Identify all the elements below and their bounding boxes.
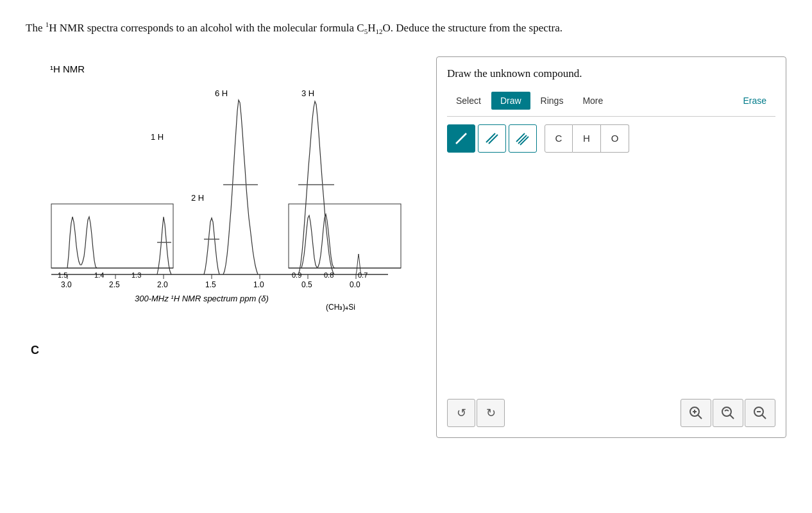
c-label: C xyxy=(31,344,410,357)
label-1h: 1 H xyxy=(151,132,164,142)
atom-h-button[interactable]: H xyxy=(573,124,601,153)
axis-3: 3.0 xyxy=(61,280,72,289)
double-bond-button[interactable] xyxy=(478,124,506,153)
peak-3h xyxy=(298,101,334,274)
zoom-in-icon xyxy=(689,406,703,420)
label-6h: 6 H xyxy=(215,88,228,98)
inset-label-08: 0.8 xyxy=(324,271,334,279)
svg-line-14 xyxy=(762,415,766,419)
nmr-title: ¹H NMR xyxy=(50,63,85,74)
undo-icon: ↺ xyxy=(457,406,466,420)
erase-button[interactable]: Erase xyxy=(734,92,775,110)
draw-canvas[interactable] xyxy=(447,160,775,385)
atom-c-button[interactable]: C xyxy=(545,124,573,153)
svg-line-9 xyxy=(698,415,702,419)
draw-panel: Draw the unknown compound. Select Draw R… xyxy=(436,56,786,438)
select-button[interactable]: Select xyxy=(447,92,490,110)
zoom-in-button[interactable] xyxy=(681,399,711,427)
nmr-panel: ¹H NMR 6 H 3 H 1 H 2 H 3.0 2.5 xyxy=(26,56,410,357)
rings-button[interactable]: Rings xyxy=(532,92,573,110)
axis-title: 300-MHz ¹H NMR spectrum ppm (δ) xyxy=(135,294,269,303)
zoom-out-icon xyxy=(753,406,767,420)
zoom-group xyxy=(681,399,775,427)
axis-2: 2.0 xyxy=(157,280,168,289)
peak-6h xyxy=(223,100,258,274)
label-2h: 2 H xyxy=(191,193,204,203)
triple-bond-button[interactable] xyxy=(509,124,537,153)
double-bond-icon xyxy=(484,131,500,146)
zoom-out-button[interactable] xyxy=(745,399,775,427)
redo-button[interactable]: ↻ xyxy=(477,399,505,427)
inset-label-15: 1.5 xyxy=(58,271,67,279)
peak-2h xyxy=(204,218,219,274)
svg-point-10 xyxy=(722,407,731,416)
label-3h: 3 H xyxy=(301,88,314,98)
inset-peak-left xyxy=(67,217,97,268)
bond-row: C H O xyxy=(447,124,775,153)
axis-1: 1.0 xyxy=(253,280,264,289)
draw-panel-title: Draw the unknown compound. xyxy=(447,67,775,80)
inset-label-09: 0.9 xyxy=(292,271,301,279)
bottom-controls: ↺ ↻ xyxy=(447,392,775,427)
inset-label-14: 1.4 xyxy=(94,271,104,279)
nmr-svg: ¹H NMR 6 H 3 H 1 H 2 H 3.0 2.5 xyxy=(32,56,404,326)
axis-25: 2.5 xyxy=(109,280,120,289)
atom-o-button[interactable]: O xyxy=(601,124,629,153)
single-bond-button[interactable] xyxy=(447,124,475,153)
zoom-reset-icon xyxy=(721,406,735,420)
intro-text: The 1H NMR spectra corresponds to an alc… xyxy=(26,19,786,37)
undo-redo-group: ↺ ↻ xyxy=(447,399,505,427)
axis-15: 1.5 xyxy=(205,280,216,289)
more-button[interactable]: More xyxy=(573,92,612,110)
axis-05: 0.5 xyxy=(301,280,312,289)
svg-line-0 xyxy=(456,133,466,144)
svg-line-3 xyxy=(516,133,525,142)
single-bond-icon xyxy=(453,131,469,146)
undo-button[interactable]: ↺ xyxy=(447,399,475,427)
inset-label-07: 0.7 xyxy=(358,271,368,279)
tms-label: (CH₃)₄Si xyxy=(326,303,355,312)
draw-button[interactable]: Draw xyxy=(491,92,530,110)
nmr-chart: ¹H NMR 6 H 3 H 1 H 2 H 3.0 2.5 xyxy=(32,56,404,339)
redo-icon: ↻ xyxy=(486,406,496,420)
axis-0: 0.0 xyxy=(350,280,360,289)
triple-bond-icon xyxy=(515,131,530,146)
svg-line-11 xyxy=(730,415,734,419)
zoom-reset-button[interactable] xyxy=(713,399,743,427)
inset-label-13: 1.3 xyxy=(131,271,141,279)
atom-group: C H O xyxy=(545,124,629,153)
main-layout: ¹H NMR 6 H 3 H 1 H 2 H 3.0 2.5 xyxy=(26,56,786,438)
peak-oh xyxy=(157,217,171,274)
toolbar-row: Select Draw Rings More Erase xyxy=(447,92,775,117)
